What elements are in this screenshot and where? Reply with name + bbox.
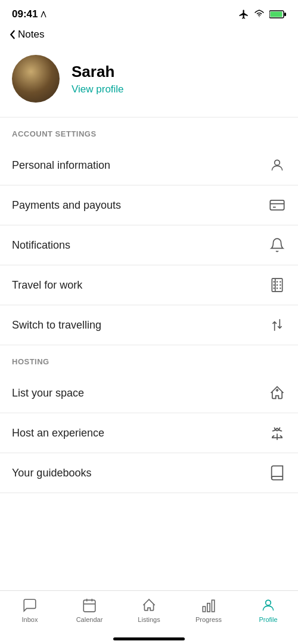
list-space-label: List your space bbox=[12, 387, 84, 400]
svg-line-0 bbox=[44, 11, 46, 17]
tab-profile[interactable]: Profile bbox=[247, 597, 289, 623]
progress-tab-icon bbox=[200, 597, 217, 614]
svg-line-1 bbox=[41, 11, 44, 17]
svg-rect-19 bbox=[280, 287, 281, 289]
battery-icon bbox=[269, 10, 286, 18]
menu-item-payments[interactable]: Payments and payouts bbox=[0, 185, 298, 225]
inbox-tab-label: Inbox bbox=[22, 616, 38, 623]
menu-item-notifications[interactable]: Notifications bbox=[0, 225, 298, 265]
notifications-label: Notifications bbox=[12, 239, 70, 252]
card-icon bbox=[268, 196, 286, 214]
building-icon bbox=[268, 276, 286, 294]
back-label: Notes bbox=[18, 29, 44, 41]
profile-tab-icon bbox=[260, 597, 277, 614]
tab-calendar[interactable]: Calendar bbox=[69, 597, 110, 623]
svg-rect-22 bbox=[83, 600, 95, 612]
menu-item-list-space[interactable]: List your space bbox=[0, 373, 298, 413]
inbox-tab-icon bbox=[21, 597, 38, 614]
svg-rect-14 bbox=[274, 284, 275, 286]
swap-icon bbox=[268, 316, 286, 334]
profile-header: Sarah View profile bbox=[0, 45, 298, 117]
host-experience-label: Host an experience bbox=[12, 427, 104, 439]
menu-item-guidebooks[interactable]: Your guidebooks bbox=[0, 453, 298, 493]
menu-item-host-experience[interactable]: Host an experience bbox=[0, 413, 298, 453]
svg-point-5 bbox=[275, 160, 280, 165]
tab-listings[interactable]: Listings bbox=[128, 597, 170, 623]
avatar bbox=[12, 55, 60, 103]
home-indicator bbox=[113, 637, 185, 640]
tab-bar: Inbox Calendar Listings bbox=[0, 590, 298, 644]
bell-icon bbox=[268, 236, 286, 254]
airplane-icon bbox=[238, 9, 249, 20]
listings-tab-label: Listings bbox=[138, 616, 160, 623]
person-icon bbox=[268, 156, 286, 174]
status-time: 09:41 bbox=[12, 8, 47, 20]
svg-rect-11 bbox=[274, 281, 275, 283]
status-bar: 09:41 bbox=[0, 0, 298, 26]
calendar-tab-label: Calendar bbox=[76, 616, 103, 623]
tab-inbox[interactable]: Inbox bbox=[9, 597, 51, 623]
house-plus-icon bbox=[268, 384, 286, 402]
wifi-icon bbox=[254, 9, 265, 20]
status-icons bbox=[238, 9, 286, 20]
travel-for-work-label: Travel for work bbox=[12, 279, 82, 292]
svg-rect-3 bbox=[271, 12, 283, 17]
svg-rect-16 bbox=[280, 284, 281, 286]
svg-rect-13 bbox=[280, 281, 281, 283]
profile-name: Sarah bbox=[72, 63, 124, 81]
back-nav[interactable]: Notes bbox=[0, 26, 298, 45]
menu-item-switch-travelling[interactable]: Switch to travelling bbox=[0, 305, 298, 345]
calendar-tab-icon bbox=[81, 597, 98, 614]
svg-rect-18 bbox=[277, 287, 278, 289]
menu-item-personal-information[interactable]: Personal information bbox=[0, 145, 298, 185]
svg-rect-6 bbox=[270, 200, 284, 210]
svg-rect-15 bbox=[277, 284, 278, 286]
back-chevron-icon bbox=[10, 30, 15, 39]
svg-rect-28 bbox=[212, 600, 214, 612]
listings-tab-icon bbox=[141, 597, 157, 614]
palm-icon bbox=[268, 424, 286, 442]
view-profile-link[interactable]: View profile bbox=[72, 83, 124, 95]
tab-progress[interactable]: Progress bbox=[188, 597, 229, 623]
payments-label: Payments and payouts bbox=[12, 199, 121, 212]
svg-rect-27 bbox=[207, 603, 210, 612]
hosting-label: HOSTING bbox=[0, 345, 298, 373]
profile-tab-label: Profile bbox=[259, 616, 277, 623]
guidebooks-label: Your guidebooks bbox=[12, 467, 91, 479]
profile-info: Sarah View profile bbox=[72, 63, 124, 95]
menu-item-travel-for-work[interactable]: Travel for work bbox=[0, 265, 298, 305]
progress-tab-label: Progress bbox=[195, 616, 222, 623]
book-icon bbox=[268, 464, 286, 482]
svg-point-29 bbox=[266, 600, 271, 605]
svg-rect-12 bbox=[277, 281, 278, 283]
switch-travelling-label: Switch to travelling bbox=[12, 319, 101, 332]
personal-information-label: Personal information bbox=[12, 159, 110, 172]
account-settings-label: ACCOUNT SETTINGS bbox=[0, 117, 298, 145]
svg-rect-4 bbox=[284, 13, 286, 16]
svg-rect-26 bbox=[203, 606, 205, 612]
svg-rect-17 bbox=[274, 287, 275, 289]
